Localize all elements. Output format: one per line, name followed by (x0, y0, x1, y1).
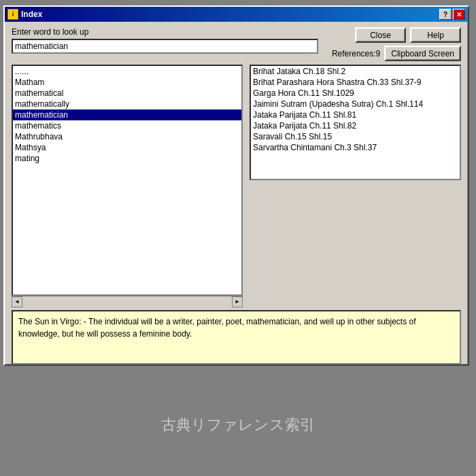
list-item[interactable]: Brihat Jataka Ch.18 Shl.2 (251, 66, 460, 77)
left-section: Enter word to look up (12, 27, 318, 54)
buttons-row: Close Help (355, 27, 461, 43)
middle-section: ......Mathammathematicalmathematicallyma… (12, 65, 461, 307)
references-label: References:9 (332, 49, 380, 58)
list-item[interactable]: mathematics (13, 120, 241, 131)
list-item[interactable]: Saravali Ch.15 Shl.15 (251, 131, 460, 142)
close-title-button[interactable]: ✕ (453, 9, 465, 20)
list-item[interactable]: Mathrubhava (13, 131, 241, 142)
title-bar: i Index ? ✕ (5, 7, 468, 22)
clipboard-button[interactable]: Clipboard Screen (384, 46, 461, 61)
word-listbox-container: ......Mathammathematicalmathematicallyma… (12, 65, 243, 296)
help-title-button[interactable]: ? (439, 9, 452, 20)
refs-clipboard-row: References:9 Clipboard Screen (332, 46, 461, 61)
title-bar-buttons: ? ✕ (439, 9, 465, 20)
list-item[interactable]: Brihat Parashara Hora Shastra Ch.33 Shl.… (251, 77, 460, 88)
help-button[interactable]: Help (410, 27, 461, 43)
desktop: i Index ? ✕ Enter word to look up Close (0, 0, 476, 476)
list-item[interactable]: Jataka Parijata Ch.11 Shl.81 (251, 109, 460, 120)
list-item[interactable]: Garga Hora Ch.11 Shl.1029 (251, 88, 460, 99)
scroll-track (22, 296, 232, 307)
word-listbox[interactable]: ......Mathammathematicalmathematicallyma… (13, 66, 241, 294)
search-input[interactable] (12, 39, 318, 54)
scroll-right-arrow[interactable]: ► (232, 296, 243, 307)
list-item[interactable]: Sarvartha Chintamani Ch.3 Shl.37 (251, 142, 460, 153)
refs-listbox-container: Brihat Jataka Ch.18 Shl.2Brihat Parashar… (250, 65, 461, 180)
list-item[interactable]: Jataka Parijata Ch.11 Shl.82 (251, 120, 460, 131)
word-list-wrapper: ......Mathammathematicalmathematicallyma… (12, 65, 243, 307)
horizontal-scrollbar[interactable]: ◄ ► (12, 296, 243, 307)
list-item[interactable]: mathematically (13, 99, 241, 109)
list-item[interactable]: ...... (13, 66, 241, 77)
top-row: Enter word to look up Close Help Referen… (12, 27, 461, 61)
refs-listbox[interactable]: Brihat Jataka Ch.18 Shl.2Brihat Parashar… (251, 66, 460, 179)
dialog-content: Enter word to look up Close Help Referen… (5, 22, 468, 364)
list-item[interactable]: mathematician (13, 109, 241, 120)
dialog-icon: i (7, 9, 18, 20)
list-item[interactable]: Jaimini Sutram (Upadesha Sutra) Ch.1 Shl… (251, 99, 460, 109)
title-bar-left: i Index (7, 9, 42, 20)
scroll-left-arrow[interactable]: ◄ (12, 296, 22, 307)
japanese-text: 古典リファレンス索引 (0, 415, 476, 435)
list-item[interactable]: Matham (13, 77, 241, 88)
title-text: Index (21, 10, 42, 19)
list-item[interactable]: Mathsya (13, 142, 241, 153)
list-item[interactable]: mating (13, 153, 241, 164)
index-dialog: i Index ? ✕ Enter word to look up Close (3, 5, 469, 366)
list-item[interactable]: mathematical (13, 88, 241, 99)
enter-word-label: Enter word to look up (12, 27, 318, 37)
description-text: The Sun in Virgo: - The individual will … (18, 317, 416, 339)
description-box: The Sun in Virgo: - The individual will … (12, 310, 461, 364)
right-section: Close Help References:9 Clipboard Screen (325, 27, 461, 61)
close-button[interactable]: Close (355, 27, 406, 43)
